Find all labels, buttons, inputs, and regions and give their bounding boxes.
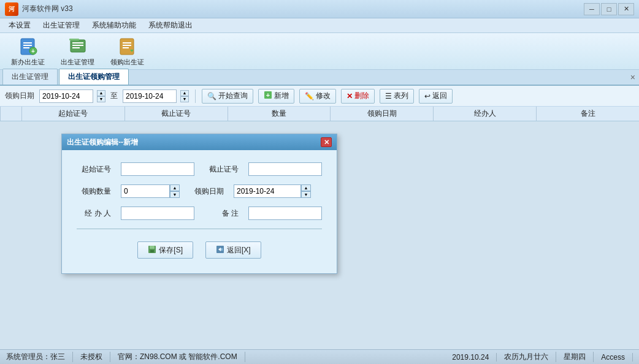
svg-rect-9: [72, 47, 80, 48]
purchase-date-input[interactable]: [234, 184, 301, 198]
action-bar: 领购日期 ▲ ▼ 至 ▲ ▼ 🔍 开始查询 + 新增 ✏️ 修改 ✕ 删除: [0, 86, 639, 107]
toolbar-btn-cert-manage[interactable]: 出生证管理: [56, 34, 99, 69]
edit-button[interactable]: ✏️ 修改: [299, 89, 336, 104]
window-controls: ─ □ ✕: [584, 3, 634, 15]
svg-rect-11: [120, 39, 134, 55]
back-button[interactable]: ↩ 返回: [419, 89, 453, 104]
svg-rect-3: [23, 47, 29, 48]
col-end-cert: 截止证号: [125, 107, 228, 121]
form-row-cert-numbers: 起始证号 截止证号: [77, 162, 322, 176]
tab-area: 出生证管理 出生证领购管理 ×: [0, 70, 639, 86]
form-row-quantity-date: 领购数量 ▲ ▼ 领购日期 ▲: [77, 184, 322, 198]
svg-rect-14: [123, 47, 129, 48]
menu-item-sys-help[interactable]: 系统帮助退出: [142, 19, 199, 32]
status-bar: 系统管理员：张三 未授权 官网：ZN98.COM 或 智能软件.COM 2019…: [0, 349, 639, 364]
dialog-birth-purchase: 出生证领购编辑--新增 ✕ 起始证号 截止证号 领购数量: [61, 134, 337, 274]
app-logo: 河: [5, 2, 18, 16]
edit-icon: ✏️: [305, 92, 314, 100]
title-bar-left: 河 河泰软件网 v33: [5, 2, 73, 16]
search-button[interactable]: 🔍 开始查询: [202, 89, 253, 104]
dialog-title: 出生证领购编辑--新增: [67, 137, 138, 148]
dialog-back-button[interactable]: 返回[X]: [205, 241, 261, 259]
quantity-label: 领购数量: [77, 186, 111, 197]
col-remarks: 备注: [537, 107, 639, 121]
end-date-spinner: ▲ ▼: [180, 90, 189, 102]
dialog-save-button[interactable]: 保存[S]: [137, 241, 193, 259]
add-icon: +: [264, 91, 272, 101]
col-handler: 经办人: [434, 107, 537, 121]
svg-rect-13: [123, 45, 131, 46]
col-quantity: 数量: [228, 107, 331, 121]
app-window: 河 河泰软件网 v33 ─ □ ✕ 本设置 出生证管理 系统辅助功能 系统帮助退…: [0, 0, 639, 364]
toolbar-label-cert-manage: 出生证管理: [61, 58, 94, 67]
receive-cert-icon: [118, 36, 137, 56]
handler-input[interactable]: [121, 207, 194, 220]
table-button[interactable]: ☰ 表列: [380, 89, 414, 104]
auth-status: 未授权: [73, 352, 110, 362]
menu-item-sys-assist[interactable]: 系统辅助功能: [86, 19, 142, 32]
svg-text:+: +: [31, 48, 35, 55]
quantity-input[interactable]: [121, 184, 170, 198]
purchase-date-up[interactable]: ▲: [301, 184, 311, 191]
lunar-date-status: 农历九月廿六: [497, 352, 556, 362]
tab-close-icon[interactable]: ×: [630, 72, 635, 82]
purchase-date-label: 领购日期: [189, 186, 224, 197]
minimize-button[interactable]: ─: [584, 3, 600, 15]
toolbar-label-receive-cert: 领购出生证: [110, 58, 144, 67]
end-date-input[interactable]: [123, 89, 177, 103]
svg-rect-19: [150, 250, 154, 252]
svg-rect-7: [72, 42, 83, 44]
date-separator: 至: [110, 91, 118, 101]
menu-bar: 本设置 出生证管理 系统辅助功能 系统帮助退出: [0, 18, 639, 33]
app-title: 河泰软件网 v33: [22, 4, 73, 14]
new-cert-icon: +: [18, 36, 38, 56]
delete-button[interactable]: ✕ 删除: [341, 89, 375, 104]
start-cert-input[interactable]: [121, 162, 194, 176]
maximize-button[interactable]: □: [601, 3, 617, 15]
close-button[interactable]: ✕: [618, 3, 634, 15]
end-date-down[interactable]: ▼: [180, 96, 189, 102]
toolbar-btn-receive-cert[interactable]: 领购出生证: [105, 34, 149, 69]
table-header: 起始证号 截止证号 数量 领购日期 经办人 备注: [0, 107, 639, 121]
dialog-title-bar: 出生证领购编辑--新增 ✕: [62, 134, 337, 150]
svg-text:+: +: [266, 91, 270, 99]
svg-rect-21: [221, 248, 223, 251]
add-button[interactable]: + 新增: [258, 89, 294, 104]
back-icon: ↩: [424, 92, 430, 100]
quantity-down[interactable]: ▼: [170, 191, 180, 198]
toolbar-btn-new-cert[interactable]: + 新办出生证: [6, 34, 50, 69]
start-cert-label: 起始证号: [77, 164, 111, 175]
svg-rect-10: [69, 39, 79, 40]
start-date-input[interactable]: [39, 89, 93, 103]
tab-birth-purchase[interactable]: 出生证领购管理: [59, 69, 129, 85]
dialog-overlay: 出生证领购编辑--新增 ✕ 起始证号 截止证号 领购数量: [0, 121, 639, 364]
title-bar: 河 河泰软件网 v33 ─ □ ✕: [0, 0, 639, 18]
start-date-up[interactable]: ▲: [97, 90, 105, 96]
remarks-input[interactable]: [248, 207, 322, 220]
end-date-up[interactable]: ▲: [180, 90, 189, 96]
svg-rect-1: [23, 42, 32, 44]
end-cert-label: 截止证号: [204, 164, 239, 175]
purchase-date-group: ▲ ▼: [234, 184, 311, 198]
date-range-label: 领购日期: [5, 91, 34, 101]
dialog-close-button[interactable]: ✕: [321, 137, 332, 147]
dialog-body: 起始证号 截止证号 领购数量 ▲ ▼: [62, 150, 337, 273]
svg-rect-18: [150, 246, 155, 249]
website-status: 官网：ZN98.COM 或 智能软件.COM: [110, 352, 245, 362]
col-purchase-date: 领购日期: [331, 107, 434, 121]
svg-rect-12: [123, 42, 131, 44]
remarks-label: 备 注: [204, 208, 239, 219]
menu-item-settings[interactable]: 本设置: [2, 19, 37, 32]
cert-manage-icon: [68, 36, 88, 56]
end-cert-input[interactable]: [248, 162, 322, 176]
quantity-spinner-group: ▲ ▼: [121, 184, 180, 198]
content-area: 出生证领购编辑--新增 ✕ 起始证号 截止证号 领购数量: [0, 121, 639, 364]
quantity-up[interactable]: ▲: [170, 184, 180, 191]
db-status: Access: [594, 353, 633, 362]
dialog-footer: 保存[S] 返回[X]: [77, 235, 322, 261]
tab-birth-cert[interactable]: 出生证管理: [2, 69, 58, 85]
start-date-down[interactable]: ▼: [97, 96, 105, 102]
separator-1: [195, 89, 196, 103]
purchase-date-down[interactable]: ▼: [301, 191, 311, 198]
menu-item-birth-mgmt[interactable]: 出生证管理: [37, 19, 86, 32]
